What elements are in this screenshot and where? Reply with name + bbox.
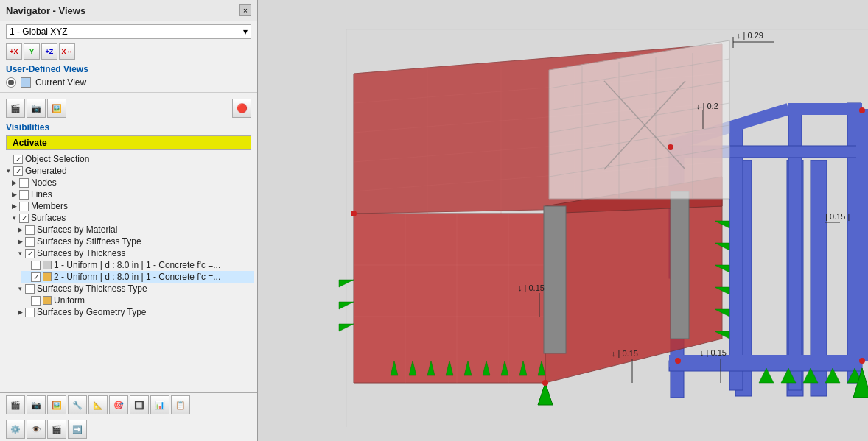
bottom-toolbar-2: ⚙️ 👁️ 🎬 ➡️: [0, 417, 257, 441]
checkbox-members[interactable]: [19, 202, 29, 211]
checkbox-surf-by-material[interactable]: [25, 225, 35, 235]
tree-item-surf-by-stiffness[interactable]: ▶ Surfaces by Stiffness Type: [15, 236, 254, 247]
tree-item-surfaces[interactable]: ▾ Surfaces: [9, 212, 254, 224]
axis-z-button[interactable]: +Z: [41, 43, 57, 60]
bt2-btn1[interactable]: ⚙️: [6, 420, 25, 439]
expand-surf-thick-type-icon[interactable]: ▾: [15, 283, 25, 294]
bt2-btn3[interactable]: 🎬: [47, 420, 66, 439]
tree-item-surf-thick-1[interactable]: 1 - Uniform | d : 8.0 in | 1 - Concrete …: [21, 259, 254, 271]
current-view-label: Current View: [35, 77, 86, 88]
user-defined-views-label: User-Defined Views: [0, 63, 257, 76]
tree-item-generated[interactable]: ▾ Generated: [3, 165, 254, 177]
axis-y-button[interactable]: Y: [24, 43, 40, 60]
checkbox-surf-thick-1[interactable]: [31, 261, 41, 270]
svg-point-92: [668, 144, 673, 150]
tree-item-surf-by-thick-type[interactable]: ▾ Surfaces by Thickness Type: [15, 283, 254, 294]
axis-x-flip-button[interactable]: X↔: [59, 43, 75, 60]
tree-item-object-selection[interactable]: Object Selection: [3, 153, 254, 165]
tree-item-surf-thick-2[interactable]: 2 - Uniform | d : 8.0 in | 1 - Concrete …: [21, 271, 254, 283]
bottom-toolbar-1: 🎬 📷 🖼️ 🔧 📐 🎯 🔲 📊 📋: [0, 392, 257, 417]
tree-item-uniform[interactable]: Uniform: [21, 294, 254, 306]
tree-item-surf-by-thickness[interactable]: ▾ Surfaces by Thickness: [15, 247, 254, 259]
svg-text:↓ | 0.15: ↓ | 0.15: [700, 348, 727, 357]
panel-title: Navigator - Views: [6, 5, 85, 16]
svg-point-88: [542, 380, 548, 386]
checkbox-surf-by-thickness[interactable]: [25, 249, 35, 258]
checkbox-surfaces[interactable]: [19, 214, 29, 223]
bt1-btn7[interactable]: 🔲: [130, 395, 149, 414]
expand-nodes-icon[interactable]: ▶: [9, 177, 19, 188]
checkbox-surf-thick-2[interactable]: [31, 272, 41, 282]
bt1-btn3[interactable]: 🖼️: [47, 395, 66, 414]
activate-button[interactable]: Activate: [6, 135, 251, 150]
label-members: Members: [31, 201, 68, 211]
axis-icons-row: +X Y +Z X↔: [0, 42, 257, 63]
label-lines: Lines: [31, 189, 52, 200]
axis-x-plus-button[interactable]: +X: [6, 43, 22, 60]
label-surf-by-thick-type: Surfaces by Thickness Type: [37, 283, 147, 294]
tree-item-surf-by-geom[interactable]: ▶ Surfaces by Geometry Type: [15, 306, 254, 318]
bt1-btn6[interactable]: 🎯: [109, 395, 128, 414]
label-surf-by-thickness: Surfaces by Thickness: [37, 248, 126, 258]
tree-item-nodes[interactable]: ▶ Nodes: [9, 177, 254, 188]
tree-item-lines[interactable]: ▶ Lines: [9, 188, 254, 200]
color-surf-thick-1: [43, 261, 52, 269]
checkbox-generated[interactable]: [13, 166, 23, 176]
expand-surf-stiff-icon[interactable]: ▶: [15, 236, 25, 247]
svg-text:↓ | 0.15: ↓ | 0.15: [612, 349, 638, 358]
color-surf-thick-2: [43, 272, 52, 281]
current-view-radio[interactable]: [6, 77, 16, 88]
viewport-3d-panel[interactable]: ↓ | 0.29 ↓ | 0.2 ↓ | 0.15 ↓ | 0.15 ↓ | 0…: [258, 0, 868, 441]
checkbox-surf-by-geom[interactable]: [25, 308, 35, 317]
view-dropdown[interactable]: 1 - Global XYZ ▾: [6, 24, 251, 39]
visibilities-label: Visibilities: [0, 121, 257, 134]
view-selector-row: 1 - Global XYZ ▾: [0, 21, 257, 42]
view-dropdown-value: 1 - Global XYZ: [10, 27, 68, 37]
current-view-row: Current View: [0, 76, 257, 89]
bt1-btn2[interactable]: 📷: [27, 395, 46, 414]
svg-text:↓ | 0.15: ↓ | 0.15: [518, 283, 545, 292]
expand-thick-1-icon: [21, 260, 31, 270]
bt2-btn2[interactable]: 👁️: [27, 420, 46, 439]
expand-lines-icon[interactable]: ▶: [9, 189, 19, 200]
tree-item-surf-by-material[interactable]: ▶ Surfaces by Material: [15, 224, 254, 236]
bt1-btn1[interactable]: 🎬: [6, 395, 25, 414]
bt1-btn5[interactable]: 📐: [88, 395, 108, 414]
svg-text:↓ | 0.29: ↓ | 0.29: [737, 31, 763, 40]
label-surfaces: Surfaces: [31, 213, 66, 223]
expand-members-icon[interactable]: ▶: [9, 201, 19, 211]
svg-point-91: [859, 107, 865, 113]
checkbox-surf-by-stiffness[interactable]: [25, 237, 35, 247]
tree-item-members[interactable]: ▶ Members: [9, 200, 254, 212]
navigator-panel: Navigator - Views × 1 - Global XYZ ▾ +X …: [0, 0, 258, 441]
expand-thick-2-icon: [21, 272, 31, 282]
camera-btn-3[interactable]: 🖼️: [47, 99, 66, 118]
checkbox-surf-by-thick-type[interactable]: [25, 284, 35, 294]
bt1-btn8[interactable]: 📊: [150, 395, 169, 414]
svg-text:| 0.15 |: | 0.15 |: [825, 212, 850, 221]
expand-uniform-icon: [21, 295, 31, 306]
checkbox-uniform[interactable]: [31, 296, 41, 306]
label-uniform: Uniform: [54, 295, 85, 306]
expand-surf-thick-icon[interactable]: ▾: [15, 248, 25, 258]
expand-surf-mat-icon[interactable]: ▶: [15, 225, 25, 235]
visibility-tree: Object Selection ▾ Generated ▶ Nodes ▶ L…: [0, 153, 257, 392]
camera-btn-2[interactable]: 📷: [27, 99, 46, 118]
bt1-btn9[interactable]: 📋: [171, 395, 190, 414]
label-surf-thick-1: 1 - Uniform | d : 8.0 in | 1 - Concrete …: [54, 260, 220, 270]
camera-btn-1[interactable]: 🎬: [6, 99, 25, 118]
current-view-color: [21, 77, 31, 88]
checkbox-object-selection[interactable]: [13, 155, 23, 164]
panel-close-button[interactable]: ×: [239, 4, 251, 16]
bt1-btn4[interactable]: 🔧: [68, 395, 87, 414]
checkbox-nodes[interactable]: [19, 178, 29, 188]
expand-generated-icon[interactable]: ▾: [3, 166, 13, 176]
label-surf-by-material: Surfaces by Material: [37, 225, 117, 235]
expand-surfaces-icon[interactable]: ▾: [9, 213, 19, 223]
svg-point-89: [675, 358, 681, 364]
camera-btn-record[interactable]: 🔴: [232, 99, 251, 118]
checkbox-lines[interactable]: [19, 190, 29, 200]
expand-icon[interactable]: [3, 154, 13, 164]
bt2-btn4[interactable]: ➡️: [68, 420, 87, 439]
expand-surf-geom-icon[interactable]: ▶: [15, 307, 25, 317]
